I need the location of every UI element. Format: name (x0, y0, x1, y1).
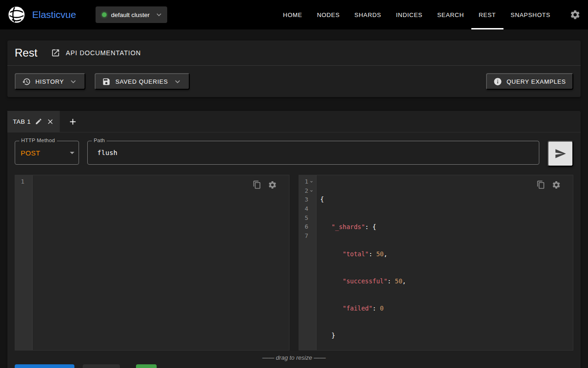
line-number: 6 (303, 222, 308, 231)
line-number: 2 (303, 186, 308, 196)
page-title: Rest (15, 46, 37, 59)
rest-toolbar: HISTORY SAVED QUERIES (7, 66, 581, 97)
response-editor-actions (537, 180, 561, 190)
bottom-actions (7, 364, 581, 368)
api-documentation-link[interactable]: API DOCUMENTATION (51, 48, 141, 58)
nav-item-shards[interactable]: SHARDS (347, 0, 389, 29)
line-number: 3 (303, 195, 308, 204)
partial-button-primary[interactable] (15, 364, 74, 368)
editor-settings-gear-icon[interactable] (268, 180, 277, 190)
add-tab-button[interactable] (60, 111, 86, 132)
http-method-select[interactable]: HTTP Method POST (15, 141, 79, 165)
path-label: Path (92, 138, 107, 143)
query-examples-button[interactable]: QUERY EXAMPLES (486, 73, 573, 90)
response-editor-gutter: 1 2 3 4 5 6 7 (299, 175, 317, 350)
code-line: "failed": 0 (320, 304, 569, 313)
rest-panel-header: Rest API DOCUMENTATION (7, 40, 581, 65)
topbar: Elasticvue default cluster HOME NODES SH… (0, 0, 588, 29)
query-examples-label: QUERY EXAMPLES (507, 78, 566, 85)
line-number: 7 (303, 231, 308, 241)
request-editor-gutter: 1 (15, 175, 33, 350)
saved-queries-button[interactable]: SAVED QUERIES (95, 73, 189, 90)
fold-chevron-icon[interactable] (308, 178, 314, 184)
send-icon (554, 148, 566, 160)
fold-chevron-icon[interactable] (308, 188, 314, 194)
history-label: HISTORY (35, 78, 64, 85)
nav-item-indices[interactable]: INDICES (389, 0, 430, 29)
external-link-icon (51, 48, 60, 58)
code-line: { (320, 195, 569, 204)
tab-strip: TAB 1 (7, 111, 581, 132)
chevron-down-icon (68, 77, 78, 86)
send-request-button[interactable] (548, 141, 573, 167)
response-editor: 1 2 3 4 5 6 7 { "_shards": { "total": 50… (299, 175, 573, 351)
rest-panel: Rest API DOCUMENTATION HISTORY (7, 40, 581, 97)
save-icon (102, 77, 111, 86)
partial-button-success[interactable] (136, 364, 157, 368)
info-icon (493, 77, 502, 86)
line-number: 5 (303, 213, 308, 223)
code-line: } (320, 331, 569, 340)
line-number: 4 (303, 204, 308, 213)
chevron-down-icon (173, 77, 182, 86)
line-number: 1 (19, 177, 24, 186)
copy-icon[interactable] (253, 180, 261, 190)
path-field: Path (87, 141, 539, 165)
top-navigation: HOME NODES SHARDS INDICES SEARCH REST SN… (276, 0, 558, 29)
editors: 1 1 2 (7, 175, 581, 351)
close-tab-icon[interactable] (46, 118, 54, 126)
code-line: "successful": 50, (320, 277, 569, 286)
resize-handle[interactable]: —— drag to resize —— (7, 351, 581, 364)
http-method-label: HTTP Method (19, 138, 57, 143)
request-body-editor: 1 (15, 175, 289, 351)
nav-item-home[interactable]: HOME (276, 0, 310, 29)
edit-tab-pencil-icon[interactable] (35, 118, 42, 125)
rest-tabs-panel: TAB 1 HTTP Method POST (7, 111, 581, 368)
api-documentation-label: API DOCUMENTATION (66, 49, 141, 57)
plus-icon (68, 117, 78, 126)
cluster-selector-button[interactable]: default cluster (96, 6, 167, 23)
history-button[interactable]: HISTORY (15, 73, 85, 90)
response-editor-code[interactable]: { "_shards": { "total": 50, "successful"… (317, 175, 573, 350)
code-line: "_shards": { (320, 223, 569, 232)
brand-title[interactable]: Elasticvue (32, 9, 76, 20)
tab-1[interactable]: TAB 1 (7, 111, 60, 132)
elasticvue-logo (7, 6, 26, 24)
partial-button-secondary[interactable] (83, 364, 120, 368)
nav-item-rest[interactable]: REST (471, 0, 503, 29)
cluster-health-dot (102, 12, 107, 17)
request-form: HTTP Method POST Path (7, 132, 581, 175)
editor-settings-gear-icon[interactable] (552, 180, 561, 190)
copy-icon[interactable] (537, 180, 545, 190)
select-dropdown-arrow-icon (67, 147, 78, 158)
http-method-value: POST (21, 149, 40, 157)
main-content: Rest API DOCUMENTATION HISTORY (0, 29, 588, 368)
nav-item-snapshots[interactable]: SNAPSHOTS (503, 0, 558, 29)
settings-gear-icon[interactable] (570, 9, 581, 20)
request-editor-actions (253, 180, 277, 190)
app-screen: Elasticvue default cluster HOME NODES SH… (0, 0, 588, 368)
chevron-down-icon (154, 10, 164, 19)
line-number: 1 (303, 177, 308, 186)
history-icon (22, 77, 31, 86)
tab-1-label: TAB 1 (13, 118, 31, 125)
path-input[interactable] (93, 149, 533, 156)
request-editor-code[interactable] (33, 175, 289, 350)
cluster-selector-label: default cluster (111, 12, 150, 18)
nav-item-search[interactable]: SEARCH (430, 0, 471, 29)
nav-item-nodes[interactable]: NODES (310, 0, 347, 29)
code-line: "total": 50, (320, 250, 569, 259)
saved-queries-label: SAVED QUERIES (115, 78, 168, 85)
